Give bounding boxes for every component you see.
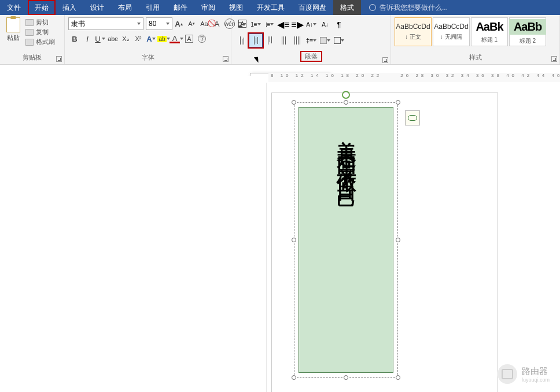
valign-justify-button[interactable] <box>277 34 290 47</box>
font-color-button[interactable]: A <box>170 32 183 45</box>
ruler-right: 26 28 30 32 34 36 38 40 42 44 46 48 <box>400 73 560 78</box>
menu-mail[interactable]: 邮件 <box>167 0 194 15</box>
chevron-down-icon <box>152 38 156 40</box>
menu-file[interactable]: 文件 <box>0 0 28 15</box>
watermark-name: 路由器 <box>522 366 550 377</box>
style-name: 标题 2 <box>520 37 536 45</box>
shrink-font-button[interactable]: A▾ <box>185 17 198 30</box>
menu-review[interactable]: 审阅 <box>194 0 222 15</box>
shading-a-icon: A <box>185 35 193 43</box>
effects-a-icon: A <box>146 35 152 43</box>
font-size-combo[interactable]: 80 <box>146 17 172 30</box>
style-preview: AaBbCcDd <box>434 23 468 31</box>
tell-me-search[interactable]: 告诉我您想要做什么... <box>361 0 448 15</box>
tell-me-placeholder: 告诉我您想要做什么... <box>380 3 448 13</box>
chevron-down-icon <box>137 23 141 25</box>
resize-handle[interactable] <box>344 375 348 380</box>
resize-handle[interactable] <box>292 375 296 380</box>
enclose-char-button[interactable]: 字 <box>196 32 208 45</box>
menu-dev[interactable]: 开发工具 <box>250 0 292 15</box>
char-shading-button[interactable]: A <box>183 32 196 45</box>
menu-references[interactable]: 引用 <box>139 0 167 15</box>
bullets-button[interactable]: ≣ <box>235 17 249 31</box>
change-case-button[interactable]: Aa <box>198 17 211 30</box>
menu-home[interactable]: 开始 <box>28 0 56 15</box>
style-normal[interactable]: AaBbCcDd ↓ 正文 <box>395 17 432 46</box>
cut-label: 剪切 <box>36 18 49 27</box>
shading-button[interactable] <box>318 34 332 47</box>
menu-insert[interactable]: 插入 <box>56 0 83 15</box>
text-box-content[interactable]: 美是回来做自己 <box>299 107 393 373</box>
copy-button[interactable]: 复制 <box>25 27 55 37</box>
valign-center-button[interactable] <box>249 34 263 47</box>
group-font-label: 字体 <box>65 52 231 64</box>
subscript-button[interactable]: X₂ <box>119 32 132 45</box>
chevron-down-icon <box>102 38 105 40</box>
highlight-button[interactable]: ab <box>157 32 170 45</box>
resize-handle[interactable] <box>396 238 400 242</box>
style-preview: AaBb <box>509 19 546 35</box>
underline-label: U <box>95 35 100 43</box>
font-dialog-icon[interactable] <box>223 56 229 62</box>
show-marks-button[interactable]: ¶ <box>332 17 346 31</box>
layout-options-button[interactable] <box>405 110 420 125</box>
menu-format[interactable]: 格式 <box>333 0 361 15</box>
italic-button[interactable]: I <box>81 32 94 45</box>
paragraph-dialog-icon[interactable] <box>382 57 388 63</box>
cut-button[interactable]: 剪切 <box>25 17 55 27</box>
resize-handle[interactable] <box>292 100 296 105</box>
layout-options-icon <box>408 115 417 121</box>
style-name: 标题 1 <box>481 36 498 44</box>
valign-bottom-button[interactable] <box>263 34 277 47</box>
line-spacing-button[interactable]: ‡≡ <box>304 34 318 47</box>
asian-layout-button[interactable]: A↕ <box>304 17 318 31</box>
style-heading1[interactable]: AaBk 标题 1 <box>471 17 508 46</box>
style-name: ↓ 无间隔 <box>440 33 462 41</box>
distribute-button[interactable] <box>290 34 304 47</box>
strike-label: abc <box>108 35 118 42</box>
style-heading2[interactable]: AaBb 标题 2 <box>509 17 546 46</box>
superscript-button[interactable]: X² <box>132 32 145 45</box>
ruler-left: 8 10 12 14 16 18 20 22 <box>271 73 382 78</box>
format-painter-label: 格式刷 <box>36 38 55 46</box>
strikethrough-button[interactable]: abc <box>106 32 119 45</box>
rotate-handle-icon[interactable] <box>342 91 350 99</box>
valign-top-button[interactable] <box>235 34 249 47</box>
resize-handle[interactable] <box>344 100 348 105</box>
watermark: 路由器 luyouqi.com <box>498 364 550 384</box>
menu-layout[interactable]: 布局 <box>111 0 139 15</box>
format-painter-button[interactable]: 格式刷 <box>25 37 55 47</box>
decrease-indent-button[interactable]: ◀≡ <box>277 17 290 31</box>
letter-a: A <box>215 20 220 28</box>
clear-format-button[interactable]: A⃠ <box>211 17 223 30</box>
text-effects-button[interactable]: A <box>145 32 157 45</box>
document-page[interactable]: 美是回来做自己 <box>272 93 498 392</box>
menu-baidu[interactable]: 百度网盘 <box>292 0 333 15</box>
horizontal-ruler[interactable]: 8 10 12 14 16 18 20 2226 28 30 32 34 36 … <box>268 73 560 82</box>
resize-handle[interactable] <box>396 375 400 380</box>
sort-button[interactable]: A↓ <box>318 17 332 31</box>
paste-button[interactable]: 粘贴 <box>3 17 23 42</box>
font-name-combo[interactable]: 隶书 <box>68 17 143 30</box>
numbering-button[interactable]: 1≡ <box>249 17 263 31</box>
group-styles-label: 样式 <box>391 52 559 64</box>
increase-indent-button[interactable]: ≡▶ <box>290 17 304 31</box>
letter-a-big: A <box>175 20 180 28</box>
grow-font-button[interactable]: A▴ <box>172 17 185 30</box>
menu-design[interactable]: 设计 <box>83 0 111 15</box>
chevron-down-icon <box>313 39 316 42</box>
resize-handle[interactable] <box>396 100 400 105</box>
styles-dialog-icon[interactable] <box>551 56 557 62</box>
underline-button[interactable]: U <box>94 32 106 45</box>
clipboard-dialog-icon[interactable] <box>56 56 62 62</box>
bold-button[interactable]: B <box>68 32 81 45</box>
group-paragraph-label: 段落 <box>231 50 390 65</box>
style-nospacing[interactable]: AaBbCcDd ↓ 无间隔 <box>433 17 470 46</box>
resize-handle[interactable] <box>292 238 296 242</box>
group-styles: AaBbCcDd ↓ 正文 AaBbCcDd ↓ 无间隔 AaBk 标题 1 A… <box>391 15 560 64</box>
multilevel-button[interactable]: ⁞≡ <box>263 17 277 31</box>
text-box[interactable]: 美是回来做自己 <box>299 107 393 373</box>
menu-view[interactable]: 视图 <box>222 0 250 15</box>
bold-label: B <box>72 35 77 43</box>
borders-button[interactable] <box>332 34 346 47</box>
